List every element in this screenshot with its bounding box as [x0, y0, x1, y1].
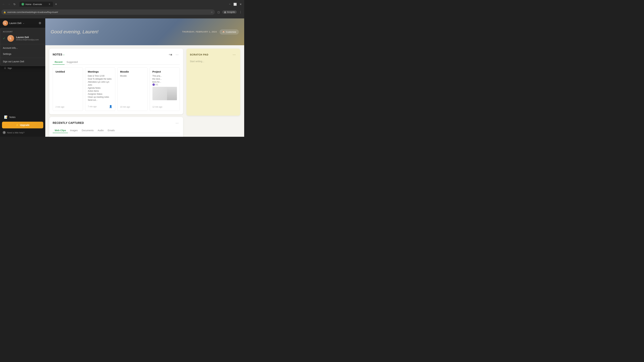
dropdown-avatar: L — [8, 35, 14, 42]
tab-title: Home - Evernote — [26, 3, 46, 5]
hero-banner: Good evening, Lauren! THURSDAY, FEBRUARY… — [45, 18, 244, 45]
notes-title-arrow-icon[interactable]: › — [64, 53, 64, 56]
note-preview-project: This proj...the nece...tions for... — [152, 74, 177, 83]
upgrade-button[interactable]: ⚡ Upgrade — [2, 122, 43, 128]
svg-text:E: E — [22, 3, 23, 5]
svg-point-3 — [224, 12, 226, 13]
captured-more-button[interactable]: ⋯ — [174, 120, 180, 126]
tab-audio[interactable]: Audio — [96, 128, 106, 133]
browser-titlebar: ← → ↻ E Home - Evernote ✕ + − ⬜ ✕ — [0, 0, 244, 8]
recently-captured-card: RECENTLY CAPTURED ⋯ Web Clips Images Doc… — [49, 117, 183, 137]
captured-widget-title: RECENTLY CAPTURED — [53, 121, 84, 124]
notes-card-header: NOTES › +■ ⋯ — [53, 52, 180, 57]
note-title-project: Project — [152, 70, 177, 73]
window-controls: − ⬜ ✕ — [228, 2, 243, 6]
notes-grid: Untitled 2 min ago Meetings Date & Time … — [53, 67, 180, 111]
note-progress-project: ✓ 0/1 — [152, 83, 177, 86]
tab-images[interactable]: Images — [68, 128, 80, 133]
note-preview-moodie: Moodie — [120, 74, 145, 77]
incognito-badge: Incognito — [222, 10, 237, 14]
menu-button[interactable]: ⋮ — [238, 10, 243, 14]
notes-card: NOTES › +■ ⋯ Recent Suggested — [49, 49, 183, 114]
tab-web-clips[interactable]: Web Clips — [53, 128, 68, 133]
reload-button[interactable]: ↻ — [12, 2, 17, 6]
notes-more-button[interactable]: ⋯ — [174, 52, 180, 57]
dropdown-divider-1 — [0, 44, 45, 44]
note-card-moodie[interactable]: Moodie Moodie 10 min ago — [117, 67, 148, 111]
note-image-project — [152, 87, 177, 100]
note-title-moodie: Moodie — [120, 70, 145, 73]
user-name-label: Lauren Deli — [10, 22, 22, 24]
notes-tabs: Recent Suggested — [53, 60, 180, 65]
scratch-pad-more-button[interactable]: ⋯ — [232, 52, 237, 57]
address-bar[interactable]: 🔒 evernote.com/client/web#login=true&new… — [1, 9, 215, 15]
browser-icons: ◻ Incognito ⋮ — [216, 10, 243, 14]
new-tab-button[interactable]: + — [54, 2, 58, 6]
progress-circle-icon: ✓ — [152, 83, 155, 86]
date-display: THURSDAY, FEBRUARY 1, 2024 — [182, 31, 217, 33]
note-title-meetings: Meetings — [88, 70, 112, 73]
scratch-pad-card: SCRATCH PAD ⋯ Start writing... — [186, 49, 240, 116]
note-image-thumb — [167, 87, 177, 100]
settings-button[interactable]: ⚙ — [37, 20, 42, 26]
scratch-pad-title: SCRATCH PAD — [190, 53, 208, 56]
tab-emails[interactable]: Emails — [106, 128, 117, 133]
incognito-icon — [224, 11, 226, 13]
tab-documents[interactable]: Documents — [80, 128, 96, 133]
notes-widget-actions: +■ ⋯ — [168, 52, 180, 57]
captured-empty-state: ★ ★ ★ — [53, 136, 180, 137]
scratch-pad-placeholder[interactable]: Start writing... — [190, 60, 237, 63]
note-footer-moodie: 10 min ago — [120, 104, 145, 108]
settings-item[interactable]: Settings — [0, 51, 45, 57]
customize-button[interactable]: 🏠 Customize — [220, 29, 239, 34]
active-tab[interactable]: E Home - Evernote ✕ — [20, 2, 53, 7]
recent-note-sign-label: Sign — [8, 67, 12, 69]
content-area: NOTES › +■ ⋯ Recent Suggested — [45, 45, 244, 137]
help-label: Need a little help? — [7, 131, 24, 134]
customize-icon: 🏠 — [222, 31, 225, 33]
sign-out-item[interactable]: Sign out Lauren Deli — [0, 58, 45, 64]
address-bar-row: 🔒 evernote.com/client/web#login=true&new… — [0, 8, 244, 16]
help-row[interactable]: ? Need a little help? — [0, 130, 45, 135]
scratch-pad-header: SCRATCH PAD ⋯ — [190, 52, 237, 57]
hero-greeting: Good evening, Lauren! — [51, 29, 98, 34]
dropdown-user-details: Lauren Deli b93b1c4d@moodjoy.com — [16, 36, 39, 41]
star-icon: ☆ — [211, 11, 213, 13]
notes-nav-icon: 📝 — [4, 115, 8, 119]
url-text: evernote.com/client/web#login=true&newRe… — [8, 11, 210, 13]
notes-add-button[interactable]: +■ — [168, 52, 173, 57]
note-card-meetings[interactable]: Meetings Date & Time 12:00Goal To delega… — [85, 67, 116, 111]
note-time-untitled: 2 min ago — [56, 106, 64, 108]
upgrade-label: Upgrade — [20, 124, 30, 126]
tab-suggested[interactable]: Suggested — [64, 60, 80, 65]
note-card-project[interactable]: Project This proj...the nece...tions for… — [150, 67, 180, 111]
tab-bar: E Home - Evernote ✕ + — [18, 2, 60, 7]
sidebar: L Lauren Deli ⌄ ⚙ ACCOUNT ✓ L Lauren Del… — [0, 18, 45, 137]
notes-widget: NOTES › +■ ⋯ Recent Suggested — [49, 49, 183, 133]
note-card-untitled[interactable]: Untitled 2 min ago — [53, 67, 83, 111]
note-footer-untitled: 2 min ago — [56, 104, 80, 108]
sidebar-nav-notes[interactable]: 📝 Notes — [1, 114, 44, 120]
forward-button[interactable]: → — [7, 2, 12, 6]
close-window-button[interactable]: ✕ — [238, 2, 243, 6]
browser-chrome: ← → ↻ E Home - Evernote ✕ + − ⬜ ✕ 🔒 ever… — [0, 0, 244, 18]
note-title-untitled: Untitled — [56, 70, 80, 73]
checkmark-icon: ✓ — [3, 36, 5, 40]
tab-recent[interactable]: Recent — [53, 60, 64, 65]
back-button[interactable]: ← — [1, 2, 6, 6]
minimize-button[interactable]: − — [228, 2, 232, 6]
user-info[interactable]: L Lauren Deli ⌄ — [3, 20, 24, 26]
main-content: Good evening, Lauren! THURSDAY, FEBRUARY… — [45, 18, 244, 137]
svg-point-2 — [224, 11, 226, 12]
recent-note-sign[interactable]: ☰ Sign — [0, 66, 45, 70]
dropdown-section-label: ACCOUNT — [0, 29, 45, 33]
note-time-meetings: 7 min ago — [88, 105, 97, 108]
note-icon-sign: ☰ — [4, 67, 6, 69]
scratch-pad-widget: SCRATCH PAD ⋯ Start writing... — [186, 49, 240, 133]
tab-close-button[interactable]: ✕ — [48, 3, 51, 6]
account-info-item[interactable]: Account info... — [0, 45, 45, 51]
extensions-button[interactable]: ◻ — [216, 10, 221, 14]
chevron-down-icon: ⌄ — [23, 22, 24, 24]
hero-right: THURSDAY, FEBRUARY 1, 2024 🏠 Customize — [182, 29, 239, 34]
maximize-button[interactable]: ⬜ — [233, 2, 238, 6]
